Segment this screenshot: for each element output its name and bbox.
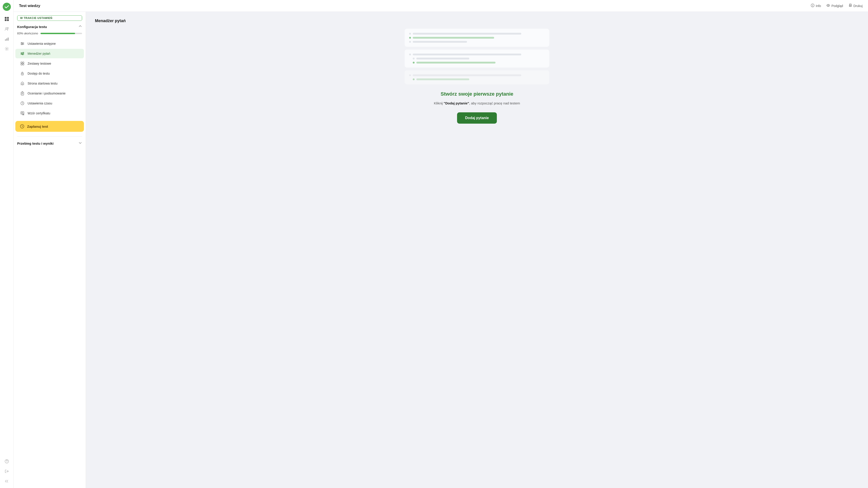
printer-icon bbox=[848, 4, 852, 8]
cta-area: Stwórz swoje pierwsze pytanie Kliknij "D… bbox=[434, 91, 520, 124]
menu-item-ustawienia-wstepne[interactable]: Ustawienia wstępne bbox=[16, 39, 84, 49]
sliders-icon bbox=[20, 41, 25, 46]
placeholder-line bbox=[413, 33, 521, 35]
grid-icon bbox=[20, 61, 25, 66]
progress-row: 83% ukończono bbox=[13, 32, 86, 39]
svg-rect-3 bbox=[5, 19, 6, 21]
svg-rect-1 bbox=[5, 17, 6, 19]
menu-item-label: Menedżer pytań bbox=[28, 52, 50, 55]
menu-item-ustawienia-czasu[interactable]: Ustawienia czasu bbox=[16, 98, 84, 108]
svg-rect-25 bbox=[21, 64, 22, 65]
svg-rect-8 bbox=[6, 38, 7, 41]
schedule-test-button[interactable]: Zaplanuj test bbox=[16, 121, 84, 132]
cta-description: Kliknij "Dodaj pytanie", aby rozpocząć p… bbox=[434, 100, 520, 106]
sidebar-nav-collapse[interactable] bbox=[3, 477, 11, 485]
sidebar-nav-chart[interactable] bbox=[3, 35, 11, 43]
drukuj-action[interactable]: Drukuj bbox=[848, 4, 863, 8]
progress-bar-fill bbox=[40, 33, 75, 34]
placeholder-dot-green bbox=[413, 62, 414, 63]
sidebar-nav-users[interactable] bbox=[3, 25, 11, 33]
svg-rect-30 bbox=[21, 92, 24, 95]
sidebar-nav-settings[interactable] bbox=[3, 45, 11, 53]
menu-item-label: Dostęp do testu bbox=[28, 72, 50, 75]
info-label: Info bbox=[816, 4, 821, 8]
main-container: Test wiedzy Info Podgląd bbox=[13, 0, 868, 488]
svg-point-28 bbox=[22, 74, 23, 74]
menu-item-menedzer-pytan[interactable]: Menedżer pytań bbox=[16, 49, 84, 58]
page-title: Test wiedzy bbox=[19, 4, 40, 8]
placeholder-line bbox=[413, 54, 521, 55]
svg-point-5 bbox=[5, 28, 7, 29]
placeholder-line bbox=[413, 41, 467, 43]
content-section-title: Menadżer pytań bbox=[95, 19, 126, 23]
sidebar-nav-apps[interactable] bbox=[3, 15, 11, 23]
placeholder-cards bbox=[405, 29, 549, 84]
progress-bar-track bbox=[40, 33, 82, 34]
config-section-title: Konfiguracja testu bbox=[17, 25, 47, 29]
clock-icon bbox=[20, 101, 25, 106]
sidebar-nav-help[interactable] bbox=[3, 457, 11, 465]
podglad-action[interactable]: Podgląd bbox=[827, 4, 843, 8]
menu-item-wzor-certyfikatu[interactable]: Wzór certyfikatu bbox=[16, 109, 84, 118]
menu-item-label: Ustawienia wstępne bbox=[28, 42, 56, 45]
header-actions: Info Podgląd bbox=[811, 4, 863, 8]
file-home-icon bbox=[20, 81, 25, 86]
content-row: W TRAKCIE USTAWIEŃ Konfiguracja testu 83… bbox=[13, 12, 868, 488]
placeholder-card-2 bbox=[405, 50, 549, 68]
menu-item-zestawy-testowe[interactable]: Zestawy testowe bbox=[16, 59, 84, 68]
placeholder-line bbox=[416, 58, 469, 59]
info-action[interactable]: Info bbox=[811, 4, 821, 8]
svg-point-0 bbox=[3, 3, 11, 11]
menu-item-label: Ustawienia czasu bbox=[28, 101, 52, 105]
menu-item-label: Strona startowa testu bbox=[28, 82, 57, 85]
placeholder-card-1 bbox=[405, 29, 549, 47]
config-chevron-up-icon bbox=[79, 24, 82, 29]
svg-rect-4 bbox=[7, 19, 9, 21]
schedule-icon bbox=[20, 124, 24, 129]
cta-desc-suffix: , aby rozpocząć pracę nad testem bbox=[469, 101, 520, 105]
certificate-icon bbox=[20, 111, 25, 116]
svg-rect-24 bbox=[23, 62, 24, 63]
info-icon bbox=[811, 4, 814, 8]
placeholder-dot bbox=[409, 54, 411, 55]
left-panel: W TRAKCIE USTAWIEŃ Konfiguracja testu 83… bbox=[13, 12, 86, 488]
progress-label: 83% ukończono bbox=[17, 32, 38, 35]
svg-rect-29 bbox=[22, 84, 23, 85]
svg-rect-26 bbox=[23, 64, 24, 65]
placeholder-line bbox=[413, 74, 521, 76]
menu-item-label: Wzór certyfikatu bbox=[28, 112, 50, 115]
podglad-label: Podgląd bbox=[831, 4, 843, 8]
placeholder-dot-green bbox=[409, 37, 411, 39]
add-question-button[interactable]: Dodaj pytanie bbox=[457, 112, 497, 124]
menu-item-ocenianie[interactable]: Ocenianie i podsumowanie bbox=[16, 89, 84, 98]
svg-rect-7 bbox=[5, 39, 6, 41]
section-divider bbox=[17, 136, 82, 136]
placeholder-dot bbox=[409, 41, 411, 43]
svg-point-10 bbox=[6, 49, 7, 50]
placeholder-line-green bbox=[416, 79, 469, 80]
results-section-header[interactable]: Przebieg testu i wyniki bbox=[13, 138, 86, 148]
bottom-nav-icons bbox=[3, 457, 11, 485]
placeholder-dot-green bbox=[413, 79, 414, 80]
logo-icon[interactable] bbox=[3, 3, 11, 11]
menu-item-label: Ocenianie i podsumowanie bbox=[28, 92, 66, 95]
lock-icon bbox=[20, 71, 25, 76]
placeholder-dot bbox=[413, 58, 414, 59]
main-content-area: Menadżer pytań bbox=[86, 12, 868, 488]
svg-rect-2 bbox=[7, 17, 9, 19]
svg-rect-9 bbox=[8, 37, 8, 41]
cta-desc-prefix: Kliknij bbox=[434, 101, 443, 105]
placeholder-card-3 bbox=[405, 70, 549, 84]
menu-item-strona-startowa[interactable]: Strona startowa testu bbox=[16, 79, 84, 88]
config-section-header[interactable]: Konfiguracja testu bbox=[13, 24, 86, 32]
adjustments-icon bbox=[20, 51, 25, 56]
results-chevron-down-icon bbox=[79, 141, 82, 146]
eye-icon bbox=[827, 4, 830, 8]
clipboard-icon bbox=[20, 91, 25, 96]
top-header: Test wiedzy Info Podgląd bbox=[13, 0, 868, 12]
sidebar-nav-exit[interactable] bbox=[3, 467, 11, 475]
svg-rect-23 bbox=[21, 62, 22, 63]
schedule-button-label: Zaplanuj test bbox=[27, 125, 48, 128]
menu-item-dostep-do-testu[interactable]: Dostęp do testu bbox=[16, 69, 84, 78]
results-section-title: Przebieg testu i wyniki bbox=[17, 142, 54, 145]
